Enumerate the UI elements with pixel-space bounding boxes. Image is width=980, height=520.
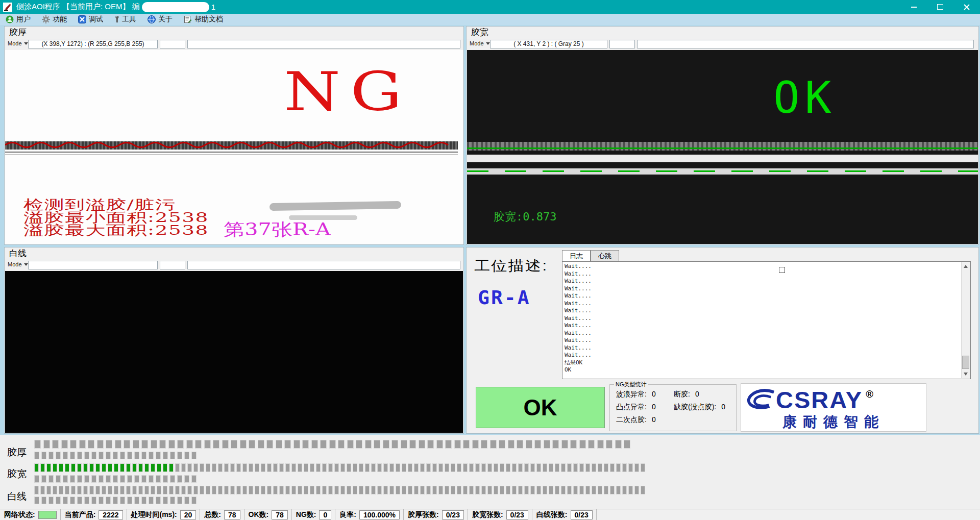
frame-cell: [555, 486, 559, 494]
frame-cell: [177, 452, 182, 459]
overall-result-button[interactable]: OK: [476, 387, 605, 428]
frame-cell-ok: [102, 463, 106, 472]
close-icon: [964, 4, 970, 10]
frame-cell: [408, 463, 412, 472]
ng-stat-row: 波浪异常:0: [616, 390, 656, 399]
frame-cell: [414, 486, 419, 494]
frame-cell: [113, 475, 118, 483]
network-status-indicator: [38, 511, 57, 519]
frame-cell: [408, 486, 412, 494]
scrollbar-thumb[interactable]: [962, 356, 969, 369]
frame-cell: [445, 440, 452, 449]
log-line: Wait....: [565, 285, 960, 293]
status-item-10: 白线张数:0/23: [532, 509, 597, 520]
logo-subtitle: 康耐德智能: [741, 412, 926, 432]
log-line: Wait....: [565, 352, 960, 359]
frame-cell: [273, 463, 278, 472]
csray-swoosh-icon: [746, 388, 776, 412]
menu-item-2[interactable]: 功能: [36, 14, 72, 25]
close-button[interactable]: [953, 0, 980, 14]
frame-cell: [359, 486, 363, 494]
ng-stat-row: 二次点胶:0: [616, 415, 656, 425]
frame-cell: [549, 463, 553, 472]
frame-cell: [191, 497, 197, 504]
frame-cell: [181, 463, 186, 472]
maximize-button[interactable]: [927, 0, 953, 14]
frame-cell: [113, 452, 118, 459]
frame-cell: [641, 463, 645, 472]
mode-dropdown[interactable]: Mode: [8, 261, 28, 267]
scroll-up-button[interactable]: [962, 262, 970, 270]
log-checkbox[interactable]: [779, 267, 785, 273]
frame-cell: [481, 463, 486, 472]
frame-cell: [377, 486, 382, 494]
frame-cell: [293, 440, 300, 449]
scroll-down-button[interactable]: [962, 370, 970, 378]
frame-cell: [419, 440, 425, 449]
frame-cell: [365, 440, 372, 449]
frame-cell: [63, 452, 68, 459]
frame-cell: [615, 440, 622, 449]
frame-cell: [573, 463, 578, 472]
status-label: NG数:: [296, 510, 316, 519]
ng-stat-label: 二次点胶:: [616, 415, 647, 425]
frame-cell: [258, 440, 264, 449]
frame-cell: [606, 440, 612, 449]
window-title-suffix: 1: [211, 3, 215, 11]
frame-cell: [184, 452, 189, 459]
frame-cell: [291, 463, 296, 472]
status-label: 白线张数:: [536, 510, 568, 519]
chevron-down-icon: [24, 263, 28, 266]
frame-cell: [170, 475, 175, 483]
frame-cell: [187, 486, 192, 494]
menu-item-1[interactable]: 用户: [0, 14, 36, 25]
menu-item-4[interactable]: 工具: [109, 14, 142, 25]
frame-cell: [445, 463, 449, 472]
chevron-down-icon: [486, 42, 490, 45]
glue-width-image: OK 胶宽:0.873: [467, 50, 978, 244]
frame-cell: [108, 486, 112, 494]
frame-cell: [184, 497, 189, 504]
frame-cell: [561, 440, 568, 449]
menu-item-3[interactable]: 调试: [72, 14, 109, 25]
frame-cell: [347, 486, 351, 494]
frame-cell: [279, 463, 284, 472]
menu-item-label: 调试: [89, 15, 103, 24]
log-tabs: 日志 心跳: [562, 250, 619, 261]
tab-log[interactable]: 日志: [562, 250, 591, 261]
frame-cell: [487, 486, 492, 494]
tab-heartbeat[interactable]: 心跳: [591, 250, 619, 261]
frame-cell: [329, 440, 336, 449]
frame-cell: [298, 486, 302, 494]
frame-cell: [457, 486, 461, 494]
menu-item-6[interactable]: 帮助文档: [178, 14, 229, 25]
indicator-row-main: [34, 463, 647, 472]
frame-cell: [168, 440, 175, 449]
frame-cell: [463, 463, 468, 472]
frame-cell: [149, 475, 154, 483]
frame-cell: [304, 463, 308, 472]
frame-cell: [114, 486, 118, 494]
glue-width-measurement: 胶宽:0.873: [494, 209, 556, 225]
frame-cell: [84, 452, 89, 459]
minimize-button[interactable]: [900, 0, 927, 14]
frame-cell: [127, 497, 132, 504]
log-scrollbar[interactable]: [961, 262, 970, 378]
frame-cell: [518, 463, 523, 472]
frame-cell: [359, 463, 363, 472]
frame-cell: [177, 440, 184, 449]
mode-dropdown[interactable]: Mode: [8, 40, 28, 46]
mode-dropdown[interactable]: Mode: [470, 40, 490, 46]
menu-item-5[interactable]: 关于: [142, 14, 178, 25]
menu-item-label: 工具: [122, 15, 136, 24]
frame-cell: [549, 486, 553, 494]
frame-cell: [597, 440, 604, 449]
frame-cell: [567, 486, 572, 494]
frame-cell: [383, 486, 388, 494]
frame-cell: [141, 475, 146, 483]
frame-cell: [432, 486, 437, 494]
frame-cell: [175, 486, 180, 494]
frame-cell: [120, 452, 125, 459]
status-label: OK数:: [249, 510, 269, 519]
frame-cell: [328, 463, 333, 472]
